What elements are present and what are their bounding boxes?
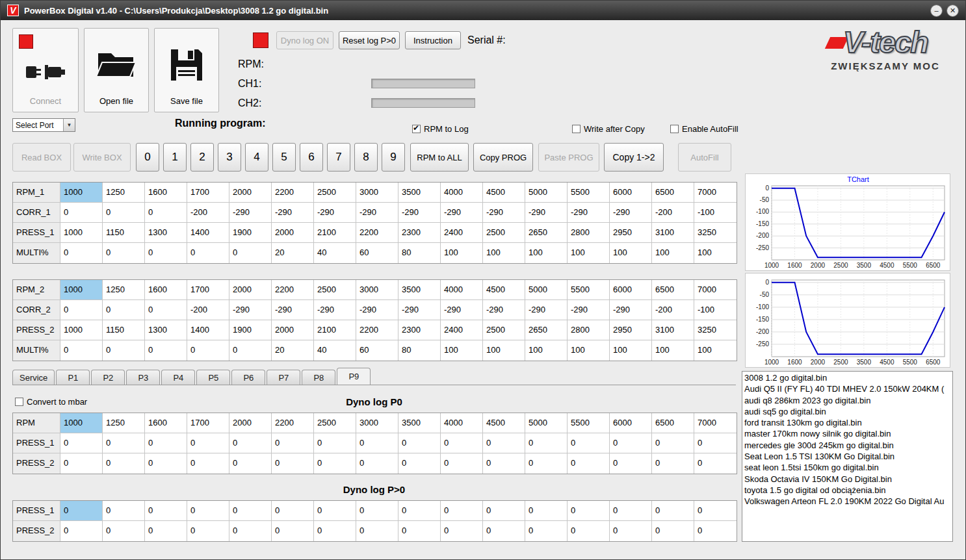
grid-cell[interactable]: 2650 <box>525 223 568 243</box>
grid-cell[interactable]: 1400 <box>187 223 229 243</box>
grid-cell[interactable]: 0 <box>568 501 610 521</box>
grid-cell[interactable]: 0 <box>525 501 568 521</box>
grid-cell[interactable]: 20 <box>272 243 314 263</box>
digit-button-1[interactable]: 1 <box>163 143 187 172</box>
grid-cell[interactable]: 60 <box>356 243 398 263</box>
grid-cell[interactable]: -290 <box>441 300 483 320</box>
grid-cell[interactable]: -290 <box>356 300 398 320</box>
grid-cell[interactable]: 3500 <box>398 183 441 203</box>
grid-cell[interactable]: 0 <box>272 453 314 474</box>
grid-cell[interactable]: 0 <box>145 433 187 453</box>
grid-cell[interactable]: -290 <box>229 203 272 223</box>
connect-button[interactable]: Connect <box>12 28 79 112</box>
grid-cell[interactable]: -290 <box>314 203 356 223</box>
grid-cell[interactable]: 5000 <box>525 280 568 300</box>
grid-cell[interactable]: 2200 <box>356 223 398 243</box>
grid-cell[interactable]: 0 <box>356 433 398 453</box>
grid-cell[interactable]: 0 <box>60 300 103 320</box>
grid-cell[interactable]: 0 <box>525 433 568 453</box>
grid-cell[interactable]: 5500 <box>568 183 610 203</box>
grid-cell[interactable]: 0 <box>187 433 229 453</box>
grid-cell[interactable]: 0 <box>652 501 694 521</box>
grid-cell[interactable]: 0 <box>272 433 314 453</box>
grid-cell[interactable]: 0 <box>483 433 525 453</box>
tab-p2[interactable]: P2 <box>91 370 125 385</box>
grid-cell[interactable]: 2500 <box>314 183 356 203</box>
grid-cell[interactable]: 0 <box>60 340 103 361</box>
grid-cell[interactable]: 1600 <box>145 280 187 300</box>
grid-cell[interactable]: 0 <box>568 433 610 453</box>
grid-cell[interactable]: 0 <box>187 501 229 521</box>
digit-button-0[interactable]: 0 <box>136 143 159 172</box>
grid-cell[interactable]: 0 <box>272 521 314 541</box>
grid-cell[interactable]: 0 <box>441 521 483 541</box>
grid-cell[interactable]: 80 <box>398 243 441 263</box>
grid-cell[interactable]: 2000 <box>229 280 272 300</box>
grid-cell[interactable]: 0 <box>145 203 187 223</box>
grid-cell[interactable]: 1300 <box>145 320 187 340</box>
grid-cell[interactable]: 0 <box>229 433 272 453</box>
grid-cell[interactable]: 0 <box>652 521 694 541</box>
grid-cell[interactable]: 1000 <box>60 413 103 433</box>
grid-cell[interactable]: 5500 <box>568 413 610 433</box>
grid-cell[interactable]: 1900 <box>229 223 272 243</box>
grid-cell[interactable]: 0 <box>610 501 652 521</box>
grid-cell[interactable]: -290 <box>483 203 525 223</box>
grid-cell[interactable]: 1600 <box>145 183 187 203</box>
grid-cell[interactable]: 1000 <box>60 280 103 300</box>
grid-cell[interactable]: 1000 <box>60 183 103 203</box>
grid-cell[interactable]: -290 <box>356 203 398 223</box>
grid-cell[interactable]: 0 <box>398 453 441 474</box>
grid-cell[interactable]: 1150 <box>103 223 145 243</box>
grid-cell[interactable]: 6000 <box>610 183 652 203</box>
grid-cell[interactable]: 0 <box>229 501 272 521</box>
grid-cell[interactable]: 2200 <box>272 280 314 300</box>
grid-cell[interactable]: 1250 <box>103 183 145 203</box>
grid-cell[interactable]: 2000 <box>272 223 314 243</box>
grid-cell[interactable]: 40 <box>314 243 356 263</box>
grid-cell[interactable]: 100 <box>568 243 610 263</box>
tab-p5[interactable]: P5 <box>196 370 230 385</box>
grid-cell[interactable]: 0 <box>525 521 568 541</box>
grid-cell[interactable]: 0 <box>314 453 356 474</box>
instruction-button[interactable]: Instruction <box>405 31 461 49</box>
grid-cell[interactable]: 0 <box>103 501 145 521</box>
open-file-button[interactable]: Open file <box>84 28 149 112</box>
file-list-item[interactable]: Skoda Octavia IV 150KM Go Digital.bin <box>744 474 950 485</box>
file-list-item[interactable]: Volkswagen Arteon FL 2.0 190KM 2022 Go D… <box>744 496 950 507</box>
grid-cell[interactable]: -290 <box>525 300 568 320</box>
grid-cell[interactable]: 0 <box>694 433 737 453</box>
grid-cell[interactable]: 100 <box>694 243 737 263</box>
grid-cell[interactable]: 100 <box>483 243 525 263</box>
grid-cell[interactable]: 0 <box>103 203 145 223</box>
grid-cell[interactable]: 3000 <box>356 413 398 433</box>
grid-cell[interactable]: 0 <box>483 521 525 541</box>
grid-cell[interactable]: 2200 <box>356 320 398 340</box>
grid-cell[interactable]: 2000 <box>272 320 314 340</box>
grid-cell[interactable]: 100 <box>652 243 694 263</box>
grid-cell[interactable]: 0 <box>694 453 737 474</box>
grid-cell[interactable]: -290 <box>272 203 314 223</box>
grid-cell[interactable]: 2500 <box>314 280 356 300</box>
grid-cell[interactable]: 3500 <box>398 413 441 433</box>
grid-cell[interactable]: 0 <box>483 501 525 521</box>
grid-cell[interactable]: 0 <box>145 501 187 521</box>
grid-cell[interactable]: 1000 <box>60 320 103 340</box>
grid-cell[interactable]: -290 <box>229 300 272 320</box>
autofill-button[interactable]: AutoFill <box>678 143 731 172</box>
grid-cell[interactable]: 0 <box>145 521 187 541</box>
grid-cell[interactable]: -290 <box>441 203 483 223</box>
grid-cell[interactable]: 1250 <box>103 413 145 433</box>
grid-cell[interactable]: 0 <box>398 501 441 521</box>
grid-cell[interactable]: 100 <box>525 243 568 263</box>
grid-cell[interactable]: 6500 <box>652 183 694 203</box>
grid-cell[interactable]: 7000 <box>694 280 737 300</box>
grid-cell[interactable]: 0 <box>145 300 187 320</box>
grid-cell[interactable]: 4500 <box>483 413 525 433</box>
grid-cell[interactable]: 0 <box>103 300 145 320</box>
digit-button-6[interactable]: 6 <box>300 143 323 172</box>
grid-cell[interactable]: 1600 <box>145 413 187 433</box>
grid-cell[interactable]: 0 <box>60 243 103 263</box>
file-list-item[interactable]: Seat Leon 1.5 TSI 130KM Go Digital.bin <box>744 451 950 462</box>
grid-cell[interactable]: 100 <box>568 340 610 361</box>
